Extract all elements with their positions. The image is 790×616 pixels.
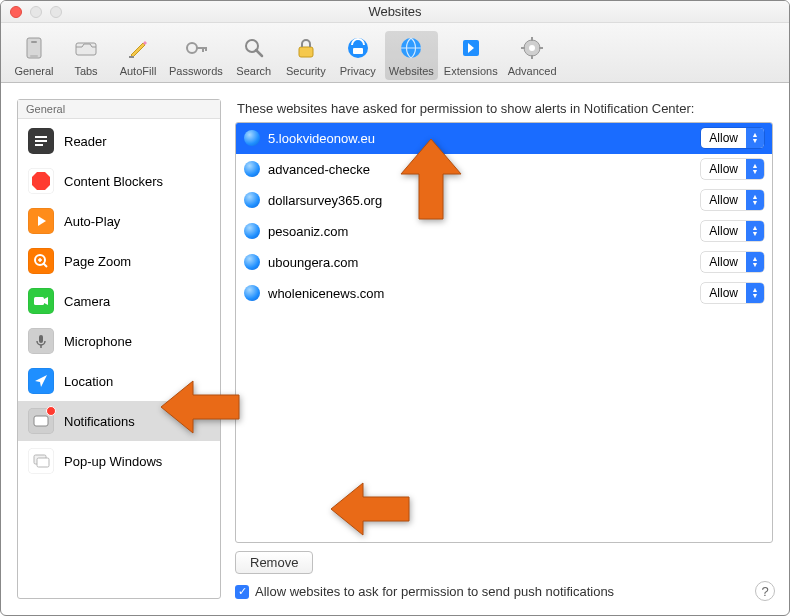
annotation-arrow bbox=[331, 481, 411, 537]
globe-icon bbox=[244, 130, 260, 146]
site-row[interactable]: wholenicenews.com Allow ▲▼ bbox=[236, 278, 772, 309]
svg-rect-22 bbox=[35, 136, 47, 138]
permission-select[interactable]: Allow ▲▼ bbox=[701, 190, 764, 210]
svg-rect-38 bbox=[37, 458, 49, 467]
svg-rect-24 bbox=[35, 144, 43, 146]
sidebar-item-label: Microphone bbox=[64, 334, 132, 349]
checkbox-label: Allow websites to ask for permission to … bbox=[255, 584, 614, 599]
sidebar-item-camera[interactable]: Camera bbox=[18, 281, 220, 321]
tab-label: Advanced bbox=[508, 65, 557, 77]
permission-select[interactable]: Allow ▲▼ bbox=[701, 283, 764, 303]
sidebar-item-page-zoom[interactable]: Page Zoom bbox=[18, 241, 220, 281]
tab-extensions[interactable]: Extensions bbox=[440, 31, 502, 80]
svg-marker-32 bbox=[44, 297, 48, 305]
svg-line-28 bbox=[43, 263, 47, 267]
svg-rect-2 bbox=[30, 55, 38, 57]
help-button[interactable]: ? bbox=[755, 581, 775, 601]
sidebar-item-microphone[interactable]: Microphone bbox=[18, 321, 220, 361]
badge-dot bbox=[46, 406, 56, 416]
svg-point-17 bbox=[529, 45, 535, 51]
bell-icon bbox=[28, 408, 54, 434]
sidebar-item-autoplay[interactable]: Auto-Play bbox=[18, 201, 220, 241]
globe-icon bbox=[244, 254, 260, 270]
extensions-icon bbox=[456, 33, 486, 63]
annotation-arrow bbox=[391, 139, 471, 229]
svg-rect-8 bbox=[205, 47, 207, 51]
svg-rect-23 bbox=[35, 140, 47, 142]
svg-marker-39 bbox=[401, 139, 461, 219]
permission-value: Allow bbox=[701, 286, 746, 300]
tab-websites[interactable]: Websites bbox=[385, 31, 438, 80]
chevron-up-down-icon: ▲▼ bbox=[746, 283, 764, 303]
permission-value: Allow bbox=[701, 193, 746, 207]
svg-rect-11 bbox=[299, 47, 313, 57]
website-list[interactable]: 5.lookvideonow.eu Allow ▲▼ advanced-chec… bbox=[235, 122, 773, 543]
notifications-panel: These websites have asked for permission… bbox=[235, 99, 773, 599]
tab-search[interactable]: Search bbox=[229, 31, 279, 80]
search-icon bbox=[239, 33, 269, 63]
svg-rect-36 bbox=[34, 416, 48, 426]
permission-value: Allow bbox=[701, 131, 746, 145]
tab-advanced[interactable]: Advanced bbox=[504, 31, 561, 80]
tab-label: General bbox=[14, 65, 53, 77]
permission-select[interactable]: Allow ▲▼ bbox=[701, 128, 764, 148]
tab-general[interactable]: General bbox=[9, 31, 59, 80]
globe-icon bbox=[244, 223, 260, 239]
site-row[interactable]: advanced-checke Allow ▲▼ bbox=[236, 154, 772, 185]
site-row[interactable]: uboungera.com Allow ▲▼ bbox=[236, 247, 772, 278]
tab-passwords[interactable]: Passwords bbox=[165, 31, 227, 80]
sidebar-header: General bbox=[18, 100, 220, 119]
privacy-icon bbox=[343, 33, 373, 63]
permission-select[interactable]: Allow ▲▼ bbox=[701, 252, 764, 272]
site-domain: uboungera.com bbox=[268, 255, 693, 270]
site-domain: advanced-checke bbox=[268, 162, 693, 177]
autofill-icon bbox=[123, 33, 153, 63]
svg-point-5 bbox=[187, 43, 197, 53]
site-domain: pesoaniz.com bbox=[268, 224, 693, 239]
site-row[interactable]: dollarsurvey365.org Allow ▲▼ bbox=[236, 185, 772, 216]
chevron-up-down-icon: ▲▼ bbox=[746, 252, 764, 272]
permission-select[interactable]: Allow ▲▼ bbox=[701, 221, 764, 241]
tab-label: Tabs bbox=[74, 65, 97, 77]
checkbox-checked-icon[interactable]: ✓ bbox=[235, 585, 249, 599]
remove-button[interactable]: Remove bbox=[235, 551, 313, 574]
sidebar: General Reader Content Blockers Auto-Pla… bbox=[17, 99, 221, 599]
svg-rect-4 bbox=[129, 56, 134, 58]
chevron-up-down-icon: ▲▼ bbox=[746, 128, 764, 148]
security-icon bbox=[291, 33, 321, 63]
svg-marker-40 bbox=[161, 381, 239, 433]
camera-icon bbox=[28, 288, 54, 314]
svg-marker-35 bbox=[35, 375, 47, 387]
preferences-toolbar: General Tabs AutoFill Passwords Search S… bbox=[1, 23, 789, 83]
site-row[interactable]: pesoaniz.com Allow ▲▼ bbox=[236, 216, 772, 247]
sidebar-item-label: Camera bbox=[64, 294, 110, 309]
chevron-up-down-icon: ▲▼ bbox=[746, 159, 764, 179]
tab-autofill[interactable]: AutoFill bbox=[113, 31, 163, 80]
globe-icon bbox=[244, 285, 260, 301]
allow-ask-checkbox-row[interactable]: ✓ Allow websites to ask for permission t… bbox=[235, 584, 773, 599]
tab-security[interactable]: Security bbox=[281, 31, 331, 80]
mic-icon bbox=[28, 328, 54, 354]
permission-select[interactable]: Allow ▲▼ bbox=[701, 159, 764, 179]
sidebar-item-label: Page Zoom bbox=[64, 254, 131, 269]
tab-label: Security bbox=[286, 65, 326, 77]
websites-icon bbox=[396, 33, 426, 63]
tab-label: Websites bbox=[389, 65, 434, 77]
sidebar-item-popup-windows[interactable]: Pop-up Windows bbox=[18, 441, 220, 481]
globe-icon bbox=[244, 192, 260, 208]
tab-privacy[interactable]: Privacy bbox=[333, 31, 383, 80]
sidebar-item-reader[interactable]: Reader bbox=[18, 121, 220, 161]
sidebar-item-label: Notifications bbox=[64, 414, 135, 429]
tab-tabs[interactable]: Tabs bbox=[61, 31, 111, 80]
svg-rect-6 bbox=[196, 47, 206, 49]
svg-rect-7 bbox=[202, 47, 204, 52]
window-title: Websites bbox=[1, 4, 789, 19]
site-row[interactable]: 5.lookvideonow.eu Allow ▲▼ bbox=[236, 123, 772, 154]
svg-rect-31 bbox=[34, 297, 44, 305]
svg-marker-41 bbox=[331, 483, 409, 535]
tab-label: AutoFill bbox=[120, 65, 157, 77]
svg-rect-3 bbox=[76, 43, 96, 55]
sidebar-item-label: Pop-up Windows bbox=[64, 454, 162, 469]
sidebar-item-content-blockers[interactable]: Content Blockers bbox=[18, 161, 220, 201]
svg-rect-13 bbox=[353, 48, 363, 54]
